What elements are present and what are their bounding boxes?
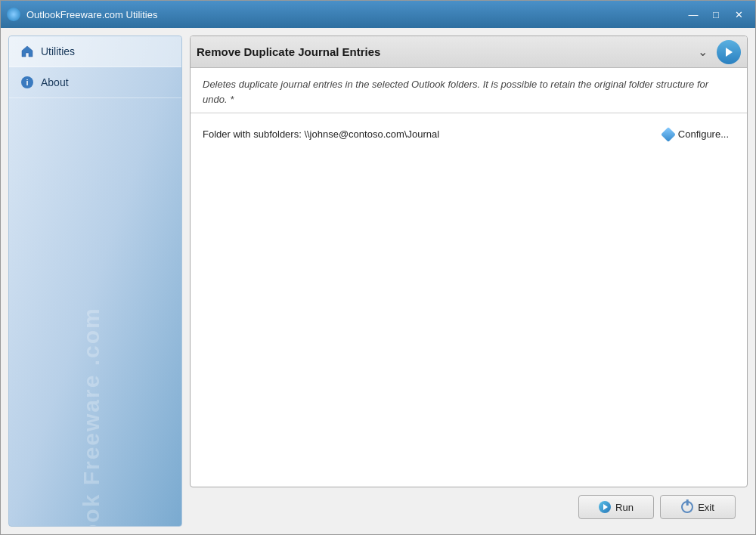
bottom-bar: Run Exit (190, 487, 748, 527)
info-icon: i (20, 75, 35, 90)
chevron-down-icon: ⌄ (698, 45, 708, 59)
minimize-button[interactable]: — (683, 6, 704, 23)
exit-button[interactable]: Exit (660, 495, 736, 519)
window-controls: — □ ✕ (683, 6, 749, 23)
quick-run-button[interactable] (717, 40, 741, 64)
play-icon (599, 501, 611, 513)
configure-icon (661, 127, 676, 142)
watermark: Outlook Freeware .com (80, 410, 103, 527)
exit-label: Exit (698, 502, 714, 513)
folder-area: Folder with subfolders: \\johnse@contoso… (191, 113, 747, 155)
sidebar-item-about[interactable]: i About (9, 67, 181, 98)
close-button[interactable]: ✕ (728, 6, 749, 23)
sidebar: Utilities i About Outlook Freeware .com (8, 36, 182, 527)
main-window: OutlookFreeware.com Utilities — □ ✕ Util… (0, 0, 756, 535)
utility-dropdown[interactable]: Remove Duplicate Journal EntriesRemove D… (197, 45, 698, 58)
home-icon (20, 44, 35, 59)
description-area: Deletes duplicate journal entries in the… (191, 68, 747, 113)
app-icon (7, 8, 20, 21)
title-bar: OutlookFreeware.com Utilities — □ ✕ (1, 1, 755, 28)
about-label: About (41, 76, 69, 88)
configure-label: Configure... (678, 128, 729, 140)
content-area: Remove Duplicate Journal EntriesRemove D… (190, 36, 748, 487)
power-icon (681, 501, 693, 513)
run-label: Run (615, 502, 634, 513)
main-content: Utilities i About Outlook Freeware .com … (1, 28, 755, 534)
right-panel: Remove Duplicate Journal EntriesRemove D… (190, 36, 748, 527)
run-button[interactable]: Run (578, 495, 654, 519)
folder-path-label: Folder with subfolders: \\johnse@contoso… (203, 128, 439, 140)
utilities-label: Utilities (41, 45, 75, 57)
svg-marker-0 (726, 48, 733, 57)
dropdown-header: Remove Duplicate Journal EntriesRemove D… (191, 36, 747, 68)
window-title: OutlookFreeware.com Utilities (26, 9, 683, 20)
configure-button[interactable]: Configure... (657, 125, 735, 143)
description-text: Deletes duplicate journal entries in the… (203, 77, 735, 107)
maximize-button[interactable]: □ (705, 6, 727, 23)
sidebar-item-utilities[interactable]: Utilities (9, 36, 181, 67)
